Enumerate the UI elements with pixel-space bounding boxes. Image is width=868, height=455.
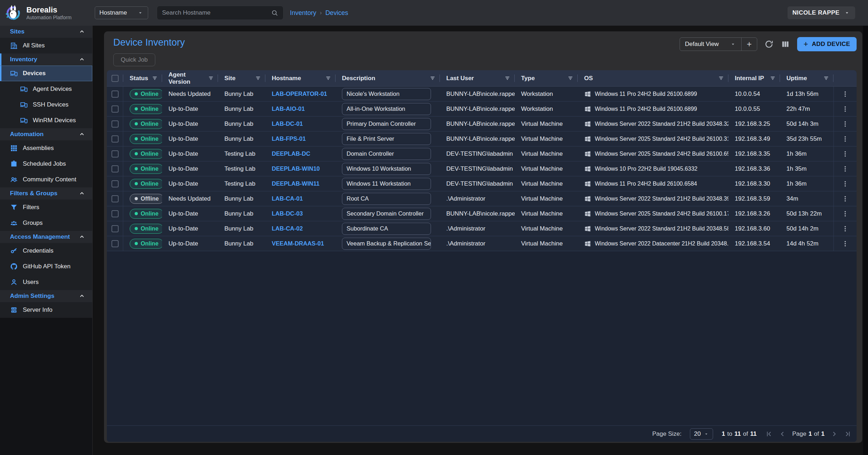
hostname-link[interactable]: LAB-AIO-01	[272, 105, 305, 112]
filter-icon[interactable]	[430, 75, 436, 81]
header-status[interactable]: Status	[123, 70, 162, 86]
first-page-icon[interactable]	[765, 430, 773, 438]
sidebar-item-groups[interactable]: Groups	[0, 215, 92, 231]
header-agent-version[interactable]: Agent Version	[162, 70, 218, 86]
page-size-select[interactable]: 20	[690, 428, 713, 440]
breadcrumb-inventory[interactable]: Inventory	[290, 9, 316, 17]
sidebar-section-sites[interactable]: Sites	[0, 26, 92, 38]
header-uptime[interactable]: Uptime	[780, 70, 833, 86]
header-internal-ip[interactable]: Internal IP	[728, 70, 780, 86]
table-row[interactable]: Online Up-to-Date Bunny Lab VEEAM-DRAAS-…	[107, 236, 857, 251]
header-type[interactable]: Type	[515, 70, 578, 86]
select-all-checkbox[interactable]	[111, 75, 119, 82]
description-input[interactable]: Windows 11 Workstation	[342, 178, 431, 190]
sidebar-section-filters-groups[interactable]: Filters & Groups	[0, 187, 92, 200]
sidebar-section-inventory[interactable]: Inventory	[0, 53, 92, 66]
hostname-link[interactable]: LAB-CA-01	[272, 195, 303, 202]
description-input[interactable]: Nicole's Workstation	[342, 88, 431, 100]
row-checkbox[interactable]	[111, 105, 119, 113]
row-checkbox[interactable]	[111, 180, 119, 187]
table-row[interactable]: Online Up-to-Date Testing Lab DEEPLAB-WI…	[107, 176, 857, 191]
filter-icon[interactable]	[823, 75, 829, 81]
last-page-icon[interactable]	[844, 430, 852, 438]
breadcrumb-devices[interactable]: Devices	[325, 9, 348, 17]
row-menu-button[interactable]	[833, 191, 857, 206]
user-menu-button[interactable]: NICOLE RAPPE	[788, 6, 855, 19]
hostname-link[interactable]: DEEPLAB-WIN11	[272, 180, 319, 187]
table-row[interactable]: Online Up-to-Date Bunny Lab LAB-FPS-01 F…	[107, 131, 857, 146]
description-input[interactable]: Veeam Backup & Replication Ser ...	[342, 238, 431, 250]
view-selector[interactable]: Default View	[680, 38, 741, 51]
previous-page-icon[interactable]	[779, 430, 786, 438]
row-menu-button[interactable]	[833, 206, 857, 221]
sidebar-item-scheduled-jobs[interactable]: Scheduled Jobs	[0, 156, 92, 172]
row-menu-button[interactable]	[833, 146, 857, 161]
sidebar-item-credentials[interactable]: Credentials	[0, 243, 92, 259]
row-checkbox[interactable]	[111, 91, 119, 98]
header-hostname[interactable]: Hostname	[265, 70, 336, 86]
filter-icon[interactable]	[718, 75, 724, 81]
description-input[interactable]: Primary Domain Controller	[342, 118, 431, 130]
header-os[interactable]: OS	[578, 70, 728, 86]
row-menu-button[interactable]	[833, 87, 857, 101]
sidebar-section-automation[interactable]: Automation	[0, 128, 92, 140]
hostname-link[interactable]: LAB-DC-03	[272, 210, 303, 217]
description-input[interactable]: Windows 10 Workstation	[342, 163, 431, 175]
description-input[interactable]: All-in-One Workstation	[342, 103, 431, 115]
row-checkbox[interactable]	[111, 210, 119, 217]
hostname-link[interactable]: LAB-FPS-01	[272, 135, 306, 142]
sidebar-item-server-info[interactable]: Server Info	[0, 302, 92, 318]
row-checkbox[interactable]	[111, 225, 119, 232]
hostname-link[interactable]: LAB-DC-01	[272, 120, 303, 127]
sidebar-item-filters[interactable]: Filters	[0, 200, 92, 215]
sidebar-item-users[interactable]: Users	[0, 274, 92, 290]
add-device-button[interactable]: + ADD DEVICE	[797, 37, 857, 51]
row-menu-button[interactable]	[833, 102, 857, 116]
sidebar-item-ssh-devices[interactable]: SSH Devices	[0, 97, 92, 113]
description-input[interactable]: Secondary Domain Controller	[342, 208, 431, 220]
filter-icon[interactable]	[770, 75, 776, 81]
filter-icon[interactable]	[208, 75, 214, 81]
refresh-icon[interactable]	[764, 40, 774, 49]
hostname-link[interactable]: DEEPLAB-DC	[272, 150, 310, 157]
sidebar-item-all-sites[interactable]: All Sites	[0, 38, 92, 53]
sidebar-item-devices[interactable]: Devices	[0, 66, 92, 81]
hostname-link[interactable]: VEEAM-DRAAS-01	[272, 240, 324, 247]
table-row[interactable]: Online Up-to-Date Testing Lab DEEPLAB-DC…	[107, 146, 857, 161]
filter-icon[interactable]	[567, 75, 573, 81]
row-menu-button[interactable]	[833, 236, 857, 251]
hostname-link[interactable]: DEEPLAB-WIN10	[272, 165, 320, 172]
table-row[interactable]: Online Up-to-Date Bunny Lab LAB-DC-03 Se…	[107, 206, 857, 221]
description-input[interactable]: Domain Controller	[342, 148, 431, 160]
row-checkbox[interactable]	[111, 120, 119, 128]
description-input[interactable]: Root CA	[342, 193, 431, 205]
filter-icon[interactable]	[504, 75, 510, 81]
header-description[interactable]: Description	[336, 70, 440, 86]
sidebar-item-assemblies[interactable]: Assemblies	[0, 140, 92, 156]
row-checkbox[interactable]	[111, 240, 119, 247]
row-menu-button[interactable]	[833, 131, 857, 146]
header-site[interactable]: Site	[218, 70, 265, 86]
header-select-all[interactable]	[107, 70, 123, 86]
quick-job-button[interactable]: Quick Job	[113, 53, 155, 66]
sidebar-item-github-api-token[interactable]: GitHub API Token	[0, 259, 92, 274]
table-row[interactable]: Online Needs Updated Bunny Lab LAB-OPERA…	[107, 87, 857, 102]
row-menu-button[interactable]	[833, 221, 857, 236]
table-row[interactable]: Online Up-to-Date Bunny Lab LAB-DC-01 Pr…	[107, 117, 857, 131]
row-menu-button[interactable]	[833, 117, 857, 131]
search-field-select[interactable]: Hostname	[95, 6, 148, 19]
row-menu-button[interactable]	[833, 176, 857, 191]
table-row[interactable]: Offline Needs Updated Bunny Lab LAB-CA-0…	[107, 191, 857, 206]
sidebar-item-community-content[interactable]: Community Content	[0, 172, 92, 187]
row-checkbox[interactable]	[111, 150, 119, 157]
table-row[interactable]: Online Up-to-Date Bunny Lab LAB-CA-02 Su…	[107, 221, 857, 236]
table-row[interactable]: Online Up-to-Date Bunny Lab LAB-AIO-01 A…	[107, 102, 857, 117]
sidebar-item-agent-devices[interactable]: Agent Devices	[0, 81, 92, 97]
hostname-link[interactable]: LAB-OPERATOR-01	[272, 91, 327, 97]
row-checkbox[interactable]	[111, 195, 119, 202]
header-last-user[interactable]: Last User	[440, 70, 515, 86]
sidebar-item-winrm-devices[interactable]: WinRM Devices	[0, 113, 92, 128]
filter-icon[interactable]	[255, 75, 261, 81]
description-input[interactable]: Subordinate CA	[342, 223, 431, 235]
filter-icon[interactable]	[152, 75, 158, 81]
